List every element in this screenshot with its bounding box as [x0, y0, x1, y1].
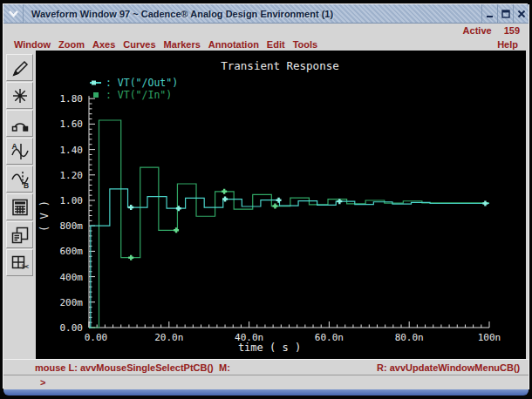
- tool-button-horizontal-marker-b[interactable]: B: [6, 166, 33, 193]
- arc-markers-icon: [10, 113, 31, 134]
- trace-out[interactable]: [89, 189, 489, 328]
- plot-area[interactable]: 0.0020.0n40.0n60.0n80.0n100n0.00200m400m…: [36, 51, 526, 359]
- cut-region-icon: ✂: [10, 253, 31, 274]
- window-title: Waveform Window 97 ~ Cadence® Analog Des…: [24, 9, 481, 19]
- copy-window-icon: [10, 225, 31, 246]
- toolstrip: AB✂: [3, 51, 36, 359]
- horizontal-marker-b-icon: B: [10, 169, 31, 190]
- tool-button-cut-region[interactable]: ✂: [6, 249, 33, 276]
- x-axis-label: time ( s ): [238, 342, 301, 354]
- minimize-button[interactable]: [481, 4, 497, 23]
- menu-item-edit[interactable]: Edit: [267, 39, 285, 50]
- legend-entry-in[interactable]: : VT("/In"): [106, 89, 172, 101]
- trace-point-marker[interactable]: [128, 205, 133, 210]
- tool-button-starburst[interactable]: [6, 82, 33, 109]
- tool-button-calculator[interactable]: [6, 193, 33, 220]
- trace-point-marker[interactable]: [176, 206, 181, 211]
- svg-text:B: B: [24, 181, 29, 190]
- active-row: Active 159: [3, 24, 529, 37]
- tool-button-vertical-marker-a[interactable]: A: [6, 138, 33, 165]
- menu-item-markers[interactable]: Markers: [164, 39, 201, 50]
- x-tick-label: 20.0n: [154, 332, 183, 343]
- menu-item-help[interactable]: Help: [497, 39, 518, 50]
- y-tick-label: 200m: [60, 297, 84, 308]
- maximize-icon: [501, 10, 510, 18]
- legend-entry-out[interactable]: : VT("/Out"): [106, 77, 178, 89]
- titlebar[interactable]: Waveform Window 97 ~ Cadence® Analog Des…: [3, 4, 529, 24]
- tool-button-pen[interactable]: [6, 54, 33, 81]
- x-tick-label: 60.0n: [315, 332, 344, 343]
- plot-right-margin: [526, 51, 529, 359]
- trace-in[interactable]: [89, 120, 489, 328]
- y-tick-label: 400m: [60, 272, 84, 283]
- mouse-binding-right: R: avvUpdateWindowMenuCB(): [377, 362, 520, 373]
- menubar: WindowZoomAxesCurvesMarkersAnnotationEdi…: [3, 37, 529, 51]
- tool-button-arc-markers[interactable]: [6, 110, 33, 137]
- trace-point-marker[interactable]: [222, 189, 227, 194]
- maximize-button[interactable]: [497, 4, 513, 23]
- statusbar: mouse L: avvMouseSingleSelectPtCB() M: R…: [3, 359, 529, 375]
- calculator-icon: [10, 197, 31, 218]
- x-tick-label: 100n: [478, 332, 501, 343]
- prompt-text: >: [40, 377, 45, 388]
- y-tick-label: 1.60: [60, 118, 84, 130]
- y-tick-label: 1.40: [60, 145, 84, 156]
- menu-item-tools[interactable]: Tools: [293, 39, 318, 50]
- menu-item-zoom[interactable]: Zoom: [58, 39, 85, 50]
- y-tick-label: 0.00: [60, 322, 84, 334]
- vertical-marker-a-icon: A: [10, 141, 31, 162]
- main-area: AB✂ 0.0020.0n40.0n60.0n80.0n100n0.00200m…: [3, 51, 529, 359]
- svg-text:✂: ✂: [21, 261, 29, 272]
- mouse-binding-middle: M:: [219, 362, 230, 373]
- close-icon: [517, 10, 526, 18]
- active-count: 159: [504, 25, 520, 36]
- y-tick-label: 800m: [60, 220, 84, 232]
- menu-item-curves[interactable]: Curves: [123, 39, 155, 50]
- y-tick-label: 1.80: [60, 93, 84, 105]
- tool-button-copy-window[interactable]: [6, 221, 33, 248]
- close-button[interactable]: [513, 4, 529, 23]
- trace-point-marker[interactable]: [128, 255, 133, 260]
- starburst-icon: [10, 85, 31, 106]
- legend-marker-out: [92, 81, 96, 85]
- menu-item-annotation[interactable]: Annotation: [208, 39, 259, 50]
- y-tick-label: 1.00: [60, 195, 84, 206]
- trace-point-marker[interactable]: [272, 204, 277, 209]
- menu-item-axes[interactable]: Axes: [92, 39, 115, 50]
- plot-title: Transient Response: [221, 59, 338, 72]
- y-tick-label: 1.20: [60, 170, 84, 181]
- chevron-down-icon: [8, 10, 19, 17]
- waveform-window: Waveform Window 97 ~ Cadence® Analog Des…: [3, 4, 529, 389]
- trace-point-marker[interactable]: [174, 227, 179, 233]
- minimize-icon: [486, 10, 494, 18]
- mouse-binding-left: mouse L: avvMouseSingleSelectPtCB(): [35, 362, 214, 373]
- y-axis-label: ( V ): [38, 200, 51, 232]
- window-bottom-frame: [3, 389, 529, 396]
- trace-point-marker[interactable]: [276, 198, 282, 203]
- waveform-plot[interactable]: 0.0020.0n40.0n60.0n80.0n100n0.00200m400m…: [36, 51, 526, 359]
- screen: Waveform Window 97 ~ Cadence® Analog Des…: [0, 0, 532, 399]
- trace-point-marker[interactable]: [482, 201, 488, 206]
- axes: [89, 96, 489, 328]
- command-prompt[interactable]: >: [3, 375, 529, 389]
- x-tick-label: 0.00: [85, 332, 108, 343]
- active-label: Active: [463, 25, 492, 36]
- legend-marker-in: [93, 92, 99, 98]
- menu-item-window[interactable]: Window: [14, 39, 51, 50]
- y-tick-label: 600m: [60, 246, 84, 257]
- x-tick-label: 80.0n: [395, 332, 424, 343]
- pen-icon: [10, 57, 31, 78]
- window-menu-button[interactable]: [3, 4, 24, 23]
